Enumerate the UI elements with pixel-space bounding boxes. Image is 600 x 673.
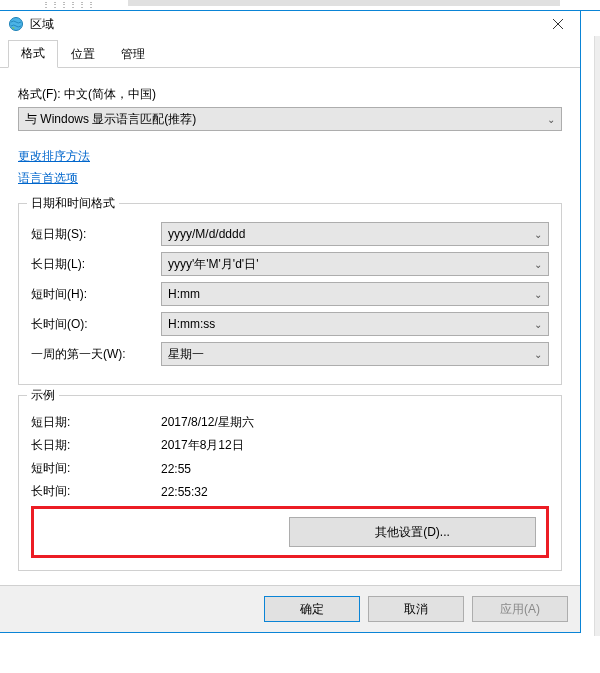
short-time-value: H:mm [168,287,200,301]
background-window-edge [594,36,600,636]
datetime-format-group: 日期和时间格式 短日期(S): yyyy/M/d/dddd ⌄ 长日期(L): … [18,203,562,385]
cancel-label: 取消 [404,601,428,618]
region-dialog: 区域 格式 位置 管理 格式(F): 中文(简体，中国) 与 Windows 显… [0,10,581,633]
ex-long-date-label: 长日期: [31,437,161,454]
chevron-down-icon: ⌄ [534,259,542,270]
short-date-label: 短日期(S): [31,226,161,243]
ex-short-time-label: 短时间: [31,460,161,477]
long-date-dropdown[interactable]: yyyy'年'M'月'd'日' ⌄ [161,252,549,276]
short-date-value: yyyy/M/d/dddd [168,227,245,241]
format-panel: 格式(F): 中文(简体，中国) 与 Windows 显示语言匹配(推荐) ⌄ … [0,68,580,585]
datetime-format-legend: 日期和时间格式 [27,195,119,212]
chevron-down-icon: ⌄ [534,319,542,330]
format-dropdown-value: 与 Windows 显示语言匹配(推荐) [25,111,196,128]
apply-label: 应用(A) [500,601,540,618]
decoration-rail [128,0,560,6]
titlebar: 区域 [0,11,580,37]
short-date-dropdown[interactable]: yyyy/M/d/dddd ⌄ [161,222,549,246]
link-sort-method[interactable]: 更改排序方法 [18,145,562,167]
tab-location-label: 位置 [71,47,95,61]
long-date-label: 长日期(L): [31,256,161,273]
link-language-prefs[interactable]: 语言首选项 [18,167,562,189]
long-time-dropdown[interactable]: H:mm:ss ⌄ [161,312,549,336]
dialog-button-bar: 确定 取消 应用(A) [0,585,580,632]
tab-format[interactable]: 格式 [8,40,58,68]
examples-group: 示例 短日期: 2017/8/12/星期六 长日期: 2017年8月12日 短时… [18,395,562,571]
additional-settings-button[interactable]: 其他设置(D)... [289,517,536,547]
cancel-button[interactable]: 取消 [368,596,464,622]
long-time-label: 长时间(O): [31,316,161,333]
short-time-label: 短时间(H): [31,286,161,303]
long-time-value: H:mm:ss [168,317,215,331]
long-date-value: yyyy'年'M'月'd'日' [168,256,258,273]
ex-short-date-value: 2017/8/12/星期六 [161,414,549,431]
first-day-label: 一周的第一天(W): [31,346,161,363]
close-button[interactable] [536,11,580,37]
tab-admin-label: 管理 [121,47,145,61]
tab-admin[interactable]: 管理 [108,41,158,68]
ok-label: 确定 [300,601,324,618]
svg-point-0 [10,18,23,31]
ex-short-date-label: 短日期: [31,414,161,431]
window-title: 区域 [30,16,54,33]
decoration-dots: ⋮⋮⋮⋮⋮⋮ [42,0,96,9]
tab-location[interactable]: 位置 [58,41,108,68]
examples-legend: 示例 [27,387,59,404]
chevron-down-icon: ⌄ [534,289,542,300]
ex-long-time-label: 长时间: [31,483,161,500]
highlight-box: 其他设置(D)... [31,506,549,558]
first-day-dropdown[interactable]: 星期一 ⌄ [161,342,549,366]
tabstrip: 格式 位置 管理 [0,41,580,68]
ok-button[interactable]: 确定 [264,596,360,622]
region-icon [8,16,24,32]
tab-format-label: 格式 [21,46,45,60]
first-day-value: 星期一 [168,346,204,363]
chevron-down-icon: ⌄ [547,114,555,125]
chevron-down-icon: ⌄ [534,229,542,240]
apply-button[interactable]: 应用(A) [472,596,568,622]
format-dropdown[interactable]: 与 Windows 显示语言匹配(推荐) ⌄ [18,107,562,131]
chevron-down-icon: ⌄ [534,349,542,360]
ex-short-time-value: 22:55 [161,462,549,476]
format-label: 格式(F): 中文(简体，中国) [18,86,562,103]
close-icon [553,19,563,29]
ex-long-time-value: 22:55:32 [161,485,549,499]
additional-settings-label: 其他设置(D)... [375,524,450,541]
short-time-dropdown[interactable]: H:mm ⌄ [161,282,549,306]
ex-long-date-value: 2017年8月12日 [161,437,549,454]
